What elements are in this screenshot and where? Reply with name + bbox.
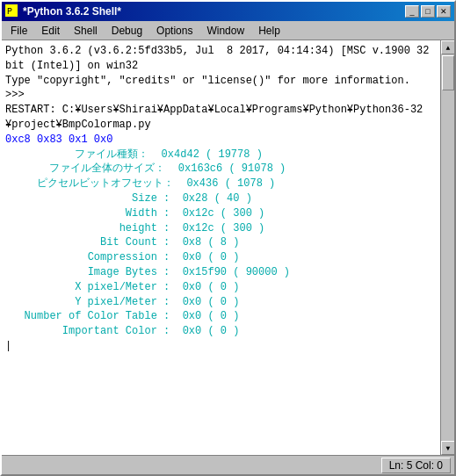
- output-line-20: Important Color : 0x0 ( 0 ): [5, 325, 239, 337]
- title-bar: P *Python 3.6.2 Shell* _ □ ✕: [2, 2, 454, 21]
- menu-options[interactable]: Options: [149, 22, 199, 40]
- output-line-10: ピクセルビットオフセット： 0x436 ( 1078 ): [5, 177, 275, 190]
- output-line-7: 0xc8 0x83 0x1 0x0: [5, 133, 112, 146]
- output-line-15: Compression : 0x0 ( 0 ): [5, 251, 239, 263]
- scroll-down-button[interactable]: ▼: [441, 441, 454, 455]
- output-line-12: Width : 0x12c ( 300 ): [5, 207, 264, 220]
- content-area: Python 3.6.2 (v3.6.2:5fd33b5, Jul 8 2017…: [2, 40, 454, 455]
- menu-edit[interactable]: Edit: [34, 22, 67, 40]
- shell-output[interactable]: Python 3.6.2 (v3.6.2:5fd33b5, Jul 8 2017…: [2, 40, 440, 455]
- menu-help[interactable]: Help: [251, 22, 287, 40]
- scroll-thumb[interactable]: [442, 55, 454, 90]
- output-line-2: bit (Intel)] on win32: [5, 60, 138, 72]
- menu-file[interactable]: File: [4, 22, 34, 40]
- scrollbar[interactable]: ▲ ▼: [440, 40, 454, 455]
- close-button[interactable]: ✕: [437, 5, 451, 18]
- output-line-18: Y pixel/Meter : 0x0 ( 0 ): [5, 296, 239, 308]
- output-line-4: >>>: [5, 89, 31, 101]
- main-window: P *Python 3.6.2 Shell* _ □ ✕ File Edit S…: [0, 0, 456, 476]
- output-line-14: Bit Count : 0x8 ( 8 ): [5, 236, 239, 249]
- window-controls: _ □ ✕: [405, 5, 451, 18]
- menu-debug[interactable]: Debug: [105, 22, 149, 40]
- menubar: File Edit Shell Debug Options Window Hel…: [2, 21, 454, 40]
- output-line-9: ファイル全体のサイズ： 0x163c6 ( 91078 ): [5, 162, 286, 175]
- status-bar: Ln: 5 Col: 0: [2, 455, 454, 474]
- output-line-19: Number of Color Table : 0x0 ( 0 ): [5, 310, 239, 322]
- output-line-3: Type "copyright", "credits" or "license(…: [5, 75, 410, 87]
- menu-window[interactable]: Window: [199, 22, 251, 40]
- menu-shell[interactable]: Shell: [67, 22, 105, 40]
- output-line-16: Image Bytes : 0x15f90 ( 90000 ): [5, 266, 290, 278]
- status-position: Ln: 5 Col: 0: [381, 458, 451, 473]
- output-line-13: height : 0x12c ( 300 ): [5, 222, 264, 234]
- output-line-8: ファイル種類： 0x4d42 ( 19778 ): [5, 148, 263, 161]
- output-line-11: Size : 0x28 ( 40 ): [5, 192, 252, 205]
- window-title: *Python 3.6.2 Shell*: [23, 5, 405, 18]
- window-icon: P: [5, 4, 19, 18]
- cursor-line: |: [5, 340, 11, 352]
- output-line-17: X pixel/Meter : 0x0 ( 0 ): [5, 281, 239, 293]
- maximize-button[interactable]: □: [421, 5, 435, 18]
- output-line-5: RESTART: C:¥Users¥Shirai¥AppData¥Local¥P…: [5, 104, 423, 116]
- scroll-up-button[interactable]: ▲: [441, 40, 454, 54]
- output-line-1: Python 3.6.2 (v3.6.2:5fd33b5, Jul 8 2017…: [5, 45, 429, 57]
- svg-text:P: P: [7, 7, 12, 17]
- minimize-button[interactable]: _: [405, 5, 419, 18]
- output-line-6: ¥project¥BmpColormap.py: [5, 119, 151, 131]
- scroll-track[interactable]: [441, 54, 454, 441]
